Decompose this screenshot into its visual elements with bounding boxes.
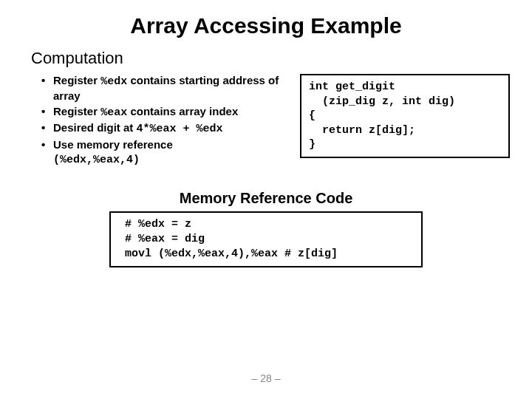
memory-reference-code-box: # %edx = z # %eax = dig movl (%edx,%eax,…	[109, 211, 423, 268]
bullet2-post: contains array index	[127, 105, 238, 117]
c-code-box: int get_digit (zip_dig z, int dig) { ret…	[300, 74, 510, 158]
bullet3-pre: Desired digit at	[53, 121, 137, 134]
bullet-item-4: Use memory reference	[31, 138, 294, 152]
bullet1-code: %edx	[100, 75, 127, 88]
slide: Array Accessing Example Computation Regi…	[0, 0, 532, 399]
memory-reference-heading: Memory Reference Code	[0, 190, 532, 207]
bullet-item-3: Desired digit at 4*%eax + %edx	[31, 121, 294, 137]
bullet2-pre: Register	[53, 105, 100, 117]
bullet-item-1: Register %edx contains starting address …	[31, 74, 294, 103]
bullet2-code: %eax	[100, 106, 127, 119]
two-column-area: Register %edx contains starting address …	[0, 72, 532, 168]
bullet-list-container: Register %edx contains starting address …	[31, 72, 300, 168]
bullet1-pre: Register	[53, 74, 100, 86]
computation-heading: Computation	[31, 49, 532, 68]
slide-title: Array Accessing Example	[0, 0, 532, 38]
bullet-item-2: Register %eax contains array index	[31, 105, 294, 120]
bullet3-code: 4*%eax + %edx	[137, 123, 223, 135]
bullet4-subcode: (%edx,%eax,4)	[53, 154, 294, 168]
page-number: – 28 –	[0, 372, 532, 384]
bullet-list: Register %edx contains starting address …	[31, 74, 294, 152]
bullet4-text: Use memory reference	[53, 138, 173, 151]
